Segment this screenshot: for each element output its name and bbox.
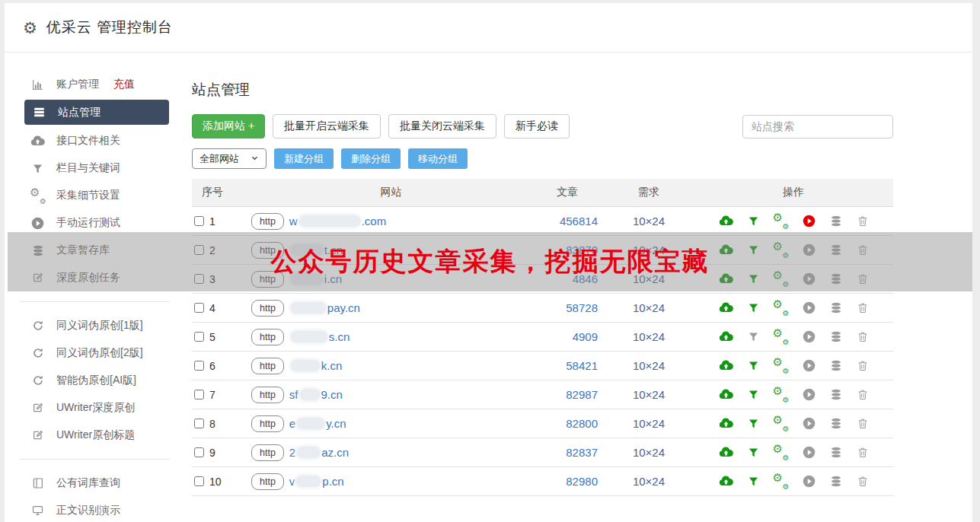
cloud-upload-icon[interactable] [719, 215, 733, 228]
sidebar-item[interactable]: 公有词库查询 [5, 469, 186, 497]
gears-icon[interactable]: ⚙⚙ [774, 330, 788, 343]
site-domain-link[interactable]: sf9.cn [289, 388, 343, 401]
sidebar-item[interactable]: UWriter原创标题 [5, 422, 186, 449]
cloud-upload-icon[interactable] [719, 388, 733, 401]
cell-article-count[interactable]: 58728 [531, 301, 604, 314]
filter-icon[interactable] [748, 302, 759, 314]
filter-icon[interactable] [748, 447, 759, 458]
play-icon[interactable] [803, 446, 816, 459]
database-icon[interactable] [830, 417, 842, 430]
database-icon[interactable] [830, 475, 842, 488]
play-icon[interactable] [803, 475, 816, 488]
row-checkbox[interactable] [194, 303, 204, 313]
group-select[interactable]: 全部网站 [192, 148, 267, 169]
row-checkbox[interactable] [194, 216, 204, 226]
site-domain-link[interactable]: w.com [289, 215, 386, 228]
trash-icon[interactable] [857, 417, 869, 430]
gears-icon[interactable]: ⚙⚙ [774, 301, 788, 314]
cloud-upload-icon[interactable] [719, 446, 733, 459]
http-protocol-badge[interactable]: http [251, 329, 284, 345]
newbie-guide-button[interactable]: 新手必读 [504, 114, 570, 138]
site-domain-link[interactable]: vp.cn [289, 475, 344, 488]
database-icon[interactable] [830, 388, 842, 401]
filter-icon[interactable] [748, 389, 759, 400]
trash-icon[interactable] [857, 301, 869, 314]
row-checkbox[interactable] [194, 390, 204, 399]
http-protocol-badge[interactable]: http [251, 300, 284, 317]
trash-icon[interactable] [857, 359, 869, 372]
site-search-input[interactable] [742, 115, 893, 138]
site-domain-link[interactable]: ey.cn [289, 417, 346, 430]
trash-icon[interactable] [857, 388, 869, 401]
database-icon[interactable] [830, 359, 842, 372]
row-checkbox[interactable] [194, 447, 204, 457]
cell-article-count[interactable]: 82800 [531, 417, 604, 430]
row-checkbox[interactable] [194, 361, 204, 371]
database-icon[interactable] [830, 301, 842, 314]
recharge-link[interactable]: 充值 [113, 78, 135, 91]
site-domain-link[interactable]: 2az.cn [289, 446, 349, 459]
gears-icon[interactable]: ⚙⚙ [774, 446, 788, 459]
site-domain-link[interactable]: pay.cn [289, 301, 360, 314]
http-protocol-badge[interactable]: http [251, 444, 284, 461]
move-group-button[interactable]: 移动分组 [408, 148, 468, 169]
site-domain-link[interactable]: s.cn [289, 330, 350, 343]
cell-article-count[interactable]: 82837 [531, 446, 604, 459]
batch-open-cloud-button[interactable]: 批量开启云端采集 [273, 114, 381, 138]
cell-article-count[interactable]: 82987 [531, 388, 604, 401]
http-protocol-badge[interactable]: http [251, 473, 284, 490]
trash-icon[interactable] [857, 475, 869, 488]
site-domain-link[interactable]: k.cn [289, 359, 343, 372]
cell-article-count[interactable]: 82980 [531, 475, 604, 488]
play-icon[interactable] [803, 417, 816, 430]
gears-icon[interactable]: ⚙⚙ [774, 359, 788, 372]
gears-icon[interactable]: ⚙⚙ [774, 388, 788, 401]
sidebar-item[interactable]: 同义词伪原创[1版] [5, 312, 186, 339]
trash-icon[interactable] [857, 446, 869, 459]
new-group-button[interactable]: 新建分组 [274, 148, 334, 169]
cloud-upload-icon[interactable] [719, 475, 733, 488]
sidebar-item[interactable]: ⚙⚙采集细节设置 [5, 182, 186, 209]
play-icon[interactable] [803, 330, 816, 343]
play-icon[interactable] [803, 359, 816, 372]
sidebar-item[interactable]: 栏目与关键词 [5, 154, 186, 182]
http-protocol-badge[interactable]: http [251, 387, 284, 403]
sidebar-item[interactable]: 接口文件相关 [5, 127, 186, 154]
cloud-upload-icon[interactable] [719, 330, 733, 343]
batch-close-cloud-button[interactable]: 批量关闭云端采集 [388, 114, 496, 138]
http-protocol-badge[interactable]: http [251, 358, 284, 374]
delete-group-button[interactable]: 删除分组 [341, 148, 401, 169]
filter-icon[interactable] [748, 418, 759, 429]
trash-icon[interactable] [857, 215, 869, 228]
http-protocol-badge[interactable]: http [251, 213, 284, 230]
gears-icon[interactable]: ⚙⚙ [774, 475, 788, 488]
cloud-upload-icon[interactable] [719, 359, 733, 372]
sidebar-item[interactable]: 账户管理充值 [5, 71, 186, 98]
cloud-upload-icon[interactable] [719, 417, 733, 430]
gears-icon[interactable]: ⚙⚙ [774, 417, 788, 430]
database-icon[interactable] [830, 330, 842, 343]
play-icon[interactable] [803, 215, 816, 228]
filter-icon[interactable] [748, 215, 759, 227]
filter-icon[interactable] [748, 476, 759, 487]
cloud-upload-icon[interactable] [719, 301, 733, 314]
play-icon[interactable] [803, 388, 816, 401]
sidebar-item[interactable]: 智能伪原创[AI版] [5, 367, 186, 394]
filter-icon[interactable] [748, 331, 759, 342]
play-icon[interactable] [803, 301, 816, 314]
cell-article-count[interactable]: 456814 [531, 215, 604, 228]
sidebar-item[interactable]: 正文识别演示 [5, 497, 186, 522]
database-icon[interactable] [830, 446, 842, 459]
cell-article-count[interactable]: 4909 [531, 330, 604, 343]
trash-icon[interactable] [857, 330, 869, 343]
gears-icon[interactable]: ⚙⚙ [774, 215, 788, 228]
row-checkbox[interactable] [194, 419, 204, 428]
add-site-button[interactable]: 添加网站 + [192, 114, 265, 138]
row-checkbox[interactable] [194, 476, 204, 486]
http-protocol-badge[interactable]: http [251, 415, 284, 432]
database-icon[interactable] [830, 215, 842, 228]
row-checkbox[interactable] [194, 332, 204, 342]
cell-article-count[interactable]: 58421 [531, 359, 604, 372]
filter-icon[interactable] [748, 360, 759, 371]
sidebar-item[interactable]: UWriter深度原创 [5, 394, 186, 422]
